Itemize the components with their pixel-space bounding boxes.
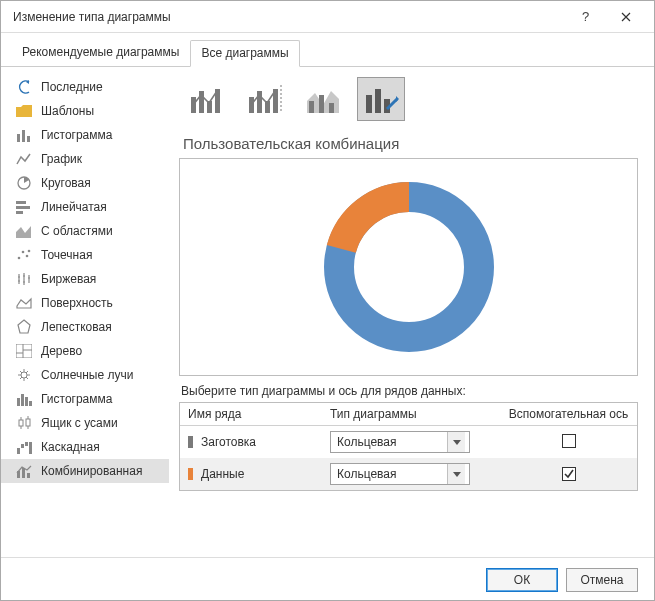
svg-rect-12 [16,344,32,358]
chevron-down-icon [447,464,465,484]
waterfall-icon [15,439,33,455]
secondary-axis-checkbox[interactable] [562,467,576,481]
tab-strip: Рекомендуемые диаграммы Все диаграммы [1,33,654,67]
column-chart-icon [15,127,33,143]
svg-rect-7 [16,211,23,214]
header-chart-type: Тип диаграммы [330,407,500,421]
svg-point-11 [28,250,31,253]
window-title: Изменение типа диаграммы [13,10,566,24]
svg-rect-6 [16,206,30,209]
sidebar-item-histogram[interactable]: Гистограмма [1,387,169,411]
svg-rect-18 [19,420,23,426]
boxwhisker-icon [15,415,33,431]
bar-chart-icon [15,199,33,215]
sunburst-icon [15,367,33,383]
svg-rect-23 [29,442,32,454]
combo-subtype-1[interactable] [183,77,231,121]
sidebar-item-treemap[interactable]: Дерево [1,339,169,363]
svg-rect-1 [17,134,20,142]
sidebar-item-stock[interactable]: Биржевая [1,267,169,291]
tab-all[interactable]: Все диаграммы [190,40,299,67]
sidebar-item-surface[interactable]: Поверхность [1,291,169,315]
titlebar: Изменение типа диаграммы ? [1,1,654,33]
secondary-axis-checkbox[interactable] [562,434,576,448]
sidebar-item-label: Каскадная [41,440,100,454]
combo-subtitle: Пользовательская комбинация [179,131,638,158]
combo-chart-icon [15,463,33,479]
help-button[interactable]: ? [566,1,606,33]
sidebar-item-waterfall[interactable]: Каскадная [1,435,169,459]
content-pane: Пользовательская комбинация Выберите тип… [169,67,654,557]
dialog-footer: ОК Отмена [1,557,654,601]
area-chart-icon [15,223,33,239]
series-name-label: Данные [201,467,244,481]
sidebar-item-sunburst[interactable]: Солнечные лучи [1,363,169,387]
dropdown-value: Кольцевая [337,467,447,481]
donut-chart-icon [319,177,499,357]
tab-recommended[interactable]: Рекомендуемые диаграммы [11,39,190,66]
header-secondary-axis: Вспомогательная ось [500,407,637,421]
combo-subtype-2[interactable] [241,77,289,121]
svg-rect-14 [17,398,20,406]
sidebar-item-label: График [41,152,82,166]
svg-rect-16 [25,397,28,406]
sidebar-item-label: Ящик с усами [41,416,118,430]
sidebar-item-label: Биржевая [41,272,96,286]
stock-chart-icon [15,271,33,287]
svg-rect-5 [16,201,26,204]
cancel-button[interactable]: Отмена [566,568,638,592]
line-chart-icon [15,151,33,167]
sidebar-item-combo[interactable]: Комбинированная [1,459,169,483]
sidebar-item-recent[interactable]: Последние [1,75,169,99]
sidebar-item-bar[interactable]: Линейчатая [1,195,169,219]
series-color-marker [188,468,193,480]
sidebar-item-scatter[interactable]: Точечная [1,243,169,267]
svg-point-8 [18,257,21,260]
combo-subtype-3[interactable] [299,77,347,121]
folder-icon [15,103,33,119]
svg-rect-38 [366,95,372,113]
sidebar-item-label: Последние [41,80,103,94]
sidebar-item-label: Поверхность [41,296,113,310]
series-row: Заготовка Кольцевая [180,426,637,458]
combo-subtype-custom[interactable] [357,77,405,121]
sidebar-item-label: Дерево [41,344,82,358]
chart-type-dropdown[interactable]: Кольцевая [330,463,470,485]
svg-rect-28 [199,91,204,113]
svg-rect-20 [17,448,20,454]
sidebar-item-line[interactable]: График [1,147,169,171]
sidebar-item-label: Комбинированная [41,464,142,478]
ok-button[interactable]: ОК [486,568,558,592]
sidebar-item-radar[interactable]: Лепестковая [1,315,169,339]
dropdown-value: Кольцевая [337,435,447,449]
sidebar-item-label: Солнечные лучи [41,368,133,382]
sidebar-item-area[interactable]: С областями [1,219,169,243]
sidebar-item-pie[interactable]: Круговая [1,171,169,195]
svg-rect-2 [22,130,25,142]
sidebar-item-boxwhisker[interactable]: Ящик с усами [1,411,169,435]
sidebar-item-label: С областями [41,224,113,238]
svg-rect-26 [27,473,30,478]
histogram-icon [15,391,33,407]
sidebar-item-label: Гистограмма [41,128,112,142]
sidebar-item-templates[interactable]: Шаблоны [1,99,169,123]
recent-icon [15,79,33,95]
series-name-label: Заготовка [201,435,256,449]
svg-rect-3 [27,136,30,142]
sidebar-item-label: Круговая [41,176,91,190]
series-table-header: Имя ряда Тип диаграммы Вспомогательная о… [180,403,637,426]
svg-rect-25 [22,468,25,478]
chart-preview [179,158,638,376]
svg-rect-32 [257,91,262,113]
close-button[interactable] [606,1,646,33]
chart-type-dropdown[interactable]: Кольцевая [330,431,470,453]
chart-type-sidebar: Последние Шаблоны Гистограмма График Кру… [1,67,169,557]
sidebar-item-label: Линейчатая [41,200,107,214]
pie-chart-icon [15,175,33,191]
scatter-chart-icon [15,247,33,263]
sidebar-item-label: Лепестковая [41,320,112,334]
sidebar-item-column[interactable]: Гистограмма [1,123,169,147]
svg-rect-37 [329,103,334,113]
svg-rect-22 [25,442,28,446]
svg-rect-21 [21,444,24,448]
